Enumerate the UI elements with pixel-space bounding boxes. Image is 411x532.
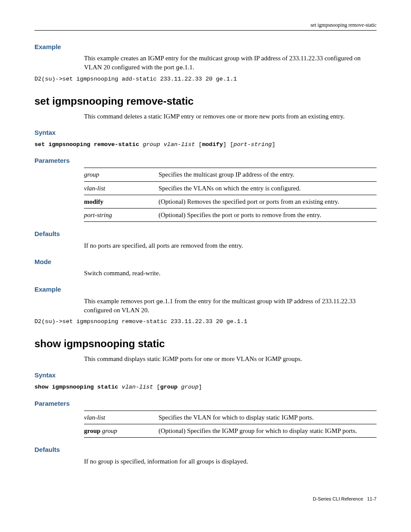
parameters-table: group Specifies the multicast group IP a… xyxy=(84,168,377,222)
param-name: vlan-list xyxy=(84,414,105,421)
heading-defaults: Defaults xyxy=(34,230,377,238)
table-row: group Specifies the multicast group IP a… xyxy=(84,168,377,181)
code-block: D2(su)->set igmpsnooping add-static 233.… xyxy=(34,75,377,83)
footer-page-num: 11-7 xyxy=(367,496,377,501)
param-desc: (Optional) Removes the specified port or… xyxy=(159,195,377,208)
syntax-bold: group xyxy=(160,384,178,390)
param-desc: (Optional) Specifies the port or ports t… xyxy=(159,208,377,222)
param-desc: (Optional) Specifies the IGMP group for … xyxy=(159,424,377,438)
heading-mode: Mode xyxy=(34,258,377,266)
param-name: port-string xyxy=(84,212,112,218)
heading-parameters: Parameters xyxy=(34,399,377,408)
syntax-italic: group xyxy=(177,384,199,390)
syntax-line: set igmpsnooping remove-static group vla… xyxy=(34,140,377,149)
inline-code: ge xyxy=(156,299,163,305)
syntax-punct: ] [ xyxy=(223,141,233,148)
defaults-text: If no group is specified, information fo… xyxy=(84,457,377,466)
param-desc: Specifies the VLAN for which to display … xyxy=(159,411,377,424)
param-name: vlan-list xyxy=(84,185,105,192)
footer-doc-title: D-Series CLI Reference xyxy=(313,496,363,501)
syntax-italic: group vlan-list xyxy=(139,141,195,148)
syntax-italic: vlan-list xyxy=(118,384,153,390)
table-row: vlan-list Specifies the VLAN for which t… xyxy=(84,411,377,424)
syntax-punct: ] xyxy=(199,384,202,390)
defaults-text: If no ports are specified, all ports are… xyxy=(84,241,377,250)
mode-text: Switch command, read-write. xyxy=(84,269,377,277)
param-name: group xyxy=(84,171,99,178)
heading-example: Example xyxy=(34,43,377,51)
param-name-italic: group xyxy=(100,427,117,434)
param-desc: Specifies the multicast group IP address… xyxy=(159,168,377,181)
command-desc: This command displays static IGMP ports … xyxy=(84,355,377,363)
example-text: This example creates an IGMP entry for t… xyxy=(84,54,377,72)
table-row: modify (Optional) Removes the specified … xyxy=(84,195,377,208)
parameters-table: vlan-list Specifies the VLAN for which t… xyxy=(84,411,377,438)
running-header: set igmpsnooping remove-static xyxy=(34,22,377,31)
command-title-remove-static: set igmpsnooping remove-static xyxy=(34,94,377,108)
heading-defaults: Defaults xyxy=(34,445,377,454)
inline-code: ge xyxy=(176,65,183,71)
syntax-punct: [ xyxy=(195,141,202,148)
syntax-punct: ] xyxy=(272,141,275,148)
syntax-bold: modify xyxy=(202,141,223,148)
heading-example: Example xyxy=(34,285,377,294)
code-block: D2(su)->set igmpsnooping remove-static 2… xyxy=(34,318,377,326)
param-name: group xyxy=(84,427,100,434)
table-row: port-string (Optional) Specifies the por… xyxy=(84,208,377,222)
param-desc: Specifies the VLANs on which the entry i… xyxy=(159,181,377,195)
heading-syntax: Syntax xyxy=(34,371,377,380)
table-row: vlan-list Specifies the VLANs on which t… xyxy=(84,181,377,195)
syntax-bold: show igmpsnooping static xyxy=(34,384,118,390)
example-text: This example removes port ge.1.1 from th… xyxy=(84,297,377,314)
page-footer: D-Series CLI Reference 11-7 xyxy=(34,496,377,502)
heading-syntax: Syntax xyxy=(34,128,377,137)
text: .1.1. xyxy=(183,64,194,71)
text: This example removes port xyxy=(84,298,156,305)
command-desc: This command deletes a static IGMP entry… xyxy=(84,112,377,121)
command-title-show-static: show igmpsnooping static xyxy=(34,337,377,351)
syntax-punct: [ xyxy=(153,384,160,390)
syntax-bold: set igmpsnooping remove-static xyxy=(34,141,139,148)
heading-parameters: Parameters xyxy=(34,156,377,165)
syntax-italic: port-string xyxy=(234,141,272,148)
table-row: group group (Optional) Specifies the IGM… xyxy=(84,424,377,438)
param-name: modify xyxy=(84,198,103,205)
text: This example creates an IGMP entry for t… xyxy=(84,55,361,70)
syntax-line: show igmpsnooping static vlan-list [grou… xyxy=(34,382,377,391)
